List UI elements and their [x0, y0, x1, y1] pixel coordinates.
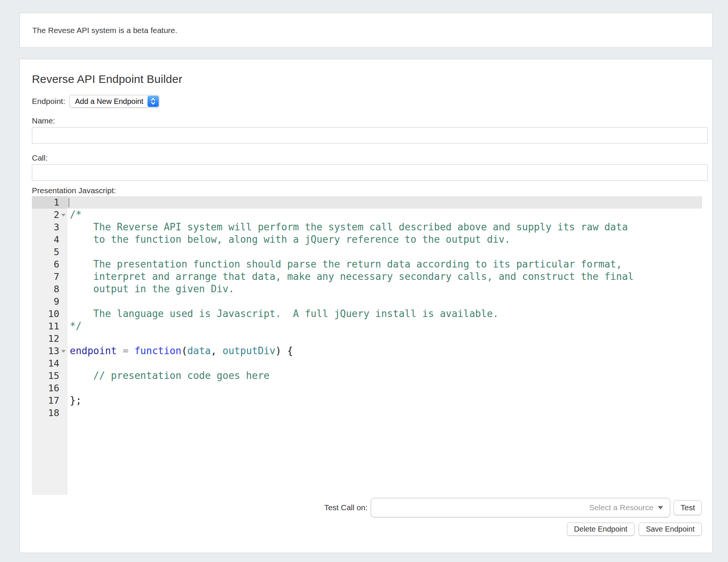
save-endpoint-button[interactable]: Save Endpoint [639, 523, 702, 536]
editor-line[interactable]: 10 The language used is Javascript. A fu… [32, 308, 702, 320]
endpoint-actions-row: Delete Endpoint Save Endpoint [32, 523, 708, 536]
beta-notice-banner: The Revese API system is a beta feature. [20, 13, 713, 48]
editor-line-number: 1 [32, 196, 68, 209]
editor-line[interactable]: 12 [32, 332, 702, 345]
test-call-label: Test Call on: [324, 503, 368, 512]
editor-line[interactable]: 13endpoint = function(data, outputDiv) { [32, 345, 702, 357]
editor-line[interactable]: 11*/ [32, 320, 702, 332]
editor-line-number: 14 [32, 357, 68, 370]
editor-line-number: 9 [32, 295, 68, 308]
name-label: Name: [32, 116, 708, 125]
editor-line-content: output in the given Div. [68, 283, 702, 295]
editor-line-content: interpret and arrange that data, make an… [68, 270, 702, 283]
dropdown-caret-icon [658, 506, 663, 509]
beta-notice-text: The Revese API system is a beta feature. [32, 26, 177, 35]
editor-line-content: */ [68, 320, 702, 332]
editor-line[interactable]: 7 interpret and arrange that data, make … [32, 270, 702, 283]
editor-line-content: /* [68, 209, 702, 221]
editor-line-number: 5 [32, 246, 68, 258]
editor-line-number: 3 [32, 221, 68, 233]
editor-line-content: endpoint = function(data, outputDiv) { [68, 345, 702, 357]
delete-endpoint-button[interactable]: Delete Endpoint [567, 523, 635, 536]
editor-line[interactable]: 17}; [32, 394, 702, 407]
editor-line-content [68, 407, 702, 419]
endpoint-builder-panel: Reverse API Endpoint Builder Endpoint: A… [20, 59, 713, 553]
select-updown-icon [147, 96, 159, 107]
editor-line[interactable]: 14 [32, 357, 702, 370]
editor-line-content [68, 382, 702, 394]
editor-line[interactable]: 8 output in the given Div. [32, 283, 702, 295]
editor-line-number: 6 [32, 258, 68, 270]
editor-lines: 12/*3 The Reverse API system will perfor… [32, 196, 702, 419]
editor-line[interactable]: 16 [32, 382, 702, 394]
editor-line-content [68, 196, 702, 209]
editor-line-number: 15 [32, 370, 68, 382]
editor-line[interactable]: 15 // presentation code goes here [32, 370, 702, 382]
call-label: Call: [32, 153, 708, 162]
text-cursor [68, 198, 69, 207]
editor-line-content: The presentation function should parse t… [68, 258, 702, 270]
endpoint-label: Endpoint: [32, 97, 65, 106]
editor-line-content: to the function below, along with a jQue… [68, 233, 702, 246]
editor-line-content [68, 332, 702, 345]
editor-line-number: 7 [32, 270, 68, 283]
editor-line-number: 8 [32, 283, 68, 295]
editor-line[interactable]: 2/* [32, 209, 702, 221]
editor-line-number: 13 [32, 345, 68, 357]
editor-line-content [68, 295, 702, 308]
editor-line-number: 10 [32, 308, 68, 320]
endpoint-row: Endpoint: Add a New Endpoint [32, 95, 708, 108]
resource-select[interactable]: Select a Resource [371, 498, 670, 517]
editor-line-content: }; [68, 394, 702, 407]
editor-line[interactable]: 1 [32, 196, 702, 209]
endpoint-select-value: Add a New Endpoint [75, 97, 143, 106]
endpoint-select[interactable]: Add a New Endpoint [69, 95, 159, 108]
page: The Revese API system is a beta feature.… [0, 13, 728, 562]
name-input[interactable] [32, 127, 708, 144]
page-title: Reverse API Endpoint Builder [32, 73, 708, 86]
editor-line-number: 11 [32, 320, 68, 332]
editor-line[interactable]: 5 [32, 246, 702, 258]
editor-line-number: 12 [32, 332, 68, 345]
test-button[interactable]: Test [674, 500, 702, 515]
editor-line-number: 4 [32, 233, 68, 246]
editor-line-number: 17 [32, 394, 68, 407]
editor-line-content: The language used is Javascript. A full … [68, 308, 702, 320]
call-input[interactable] [32, 164, 708, 181]
editor-line-content [68, 357, 702, 370]
fold-arrow-icon[interactable] [61, 350, 66, 353]
editor-line[interactable]: 3 The Reverse API system will perform th… [32, 221, 702, 233]
editor-line[interactable]: 6 The presentation function should parse… [32, 258, 702, 270]
editor-line-content: The Reverse API system will perform the … [68, 221, 702, 233]
editor-line[interactable]: 18 [32, 407, 702, 419]
test-call-row: Test Call on: Select a Resource Test [32, 498, 708, 517]
presentation-javascript-label: Presentation Javascript: [32, 186, 708, 195]
editor-line-number: 2 [32, 209, 68, 221]
resource-placeholder: Select a Resource [589, 503, 654, 512]
editor-line-content [68, 246, 702, 258]
editor-line[interactable]: 9 [32, 295, 702, 308]
editor-line-number: 18 [32, 407, 68, 419]
editor-line-number: 16 [32, 382, 68, 394]
editor-line-content: // presentation code goes here [68, 370, 702, 382]
fold-arrow-icon[interactable] [61, 214, 66, 216]
code-editor[interactable]: 12/*3 The Reverse API system will perfor… [32, 196, 702, 495]
editor-line[interactable]: 4 to the function below, along with a jQ… [32, 233, 702, 246]
